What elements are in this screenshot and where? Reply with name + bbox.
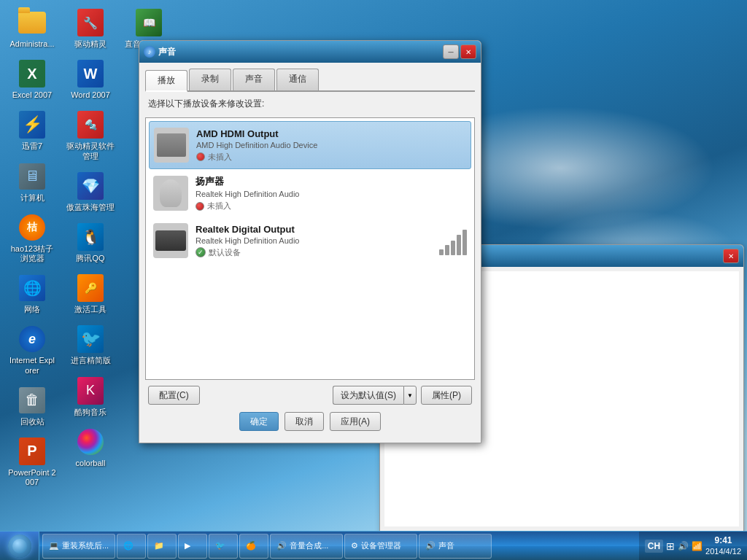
- kuwo-icon: K: [76, 376, 105, 405]
- icon-excel2007[interactable]: X Excel 2007: [6, 57, 58, 102]
- taskbar-item-device-mgr[interactable]: ⚙ 设备管理器: [344, 534, 417, 559]
- taskbar-item-ie[interactable]: 🌐: [117, 534, 146, 559]
- taskbar-item-bird-icon: 🐦: [215, 541, 225, 551]
- taskbar-item-sound[interactable]: 🔊 声音: [419, 534, 492, 559]
- monitor-shape: [157, 133, 186, 157]
- icon-jinjian[interactable]: 🐦 进言精简版: [64, 322, 117, 368]
- speaker-shape: [160, 179, 182, 207]
- dialog-instruction: 选择以下播放设备来修改设置:: [145, 98, 475, 110]
- icon-network[interactable]: 🌐 网络: [6, 271, 58, 316]
- computer-icon: 🖥: [18, 162, 47, 191]
- icon-tqq-label: 腾讯QQ: [76, 254, 104, 263]
- tray-icon-3: 📶: [692, 541, 703, 551]
- tab-sound[interactable]: 声音: [233, 69, 275, 90]
- volume-bars: [439, 226, 467, 255]
- apply-button[interactable]: 应用(A): [330, 412, 381, 431]
- icon-tencent-label: 傲蓝珠海管理: [66, 203, 115, 212]
- taskbar-item-folder[interactable]: 📁: [147, 534, 177, 559]
- taskbar-item-bird[interactable]: 🐦: [209, 534, 238, 559]
- ok-button[interactable]: 确定: [239, 412, 279, 431]
- taskbar: 💻 重装系统后... 🌐 📁 ▶ 🐦 🍊 🔊 音量合成...: [0, 531, 747, 560]
- tqq-icon: 🐧: [76, 222, 105, 252]
- set-default-button-arrow[interactable]: ▼: [403, 386, 417, 405]
- taskbar-item-sound-icon: 🔊: [425, 541, 436, 551]
- administrator-icon: [18, 8, 47, 37]
- set-default-button-main[interactable]: 设为默认值(S): [333, 386, 403, 405]
- icon-colorball[interactable]: colorball: [64, 425, 117, 470]
- digital-shape: [155, 230, 186, 251]
- icon-tqq[interactable]: 🐧 腾讯QQ: [64, 220, 117, 265]
- taskbar-item-reinstall-label: 重装系统后...: [62, 540, 109, 551]
- ie-icon: e: [18, 324, 47, 354]
- device-name-amd-hdmi: AMD HDMI Output: [196, 128, 466, 139]
- icon-drivermgr-label: 驱动精灵软件管理: [66, 141, 115, 160]
- taskbar-item-reinstall[interactable]: 💻 重装系统后...: [42, 534, 115, 559]
- start-orb-inner: [12, 539, 27, 553]
- vol-bar-4: [457, 235, 461, 255]
- device-status-amd-hdmi: 未插入: [196, 152, 466, 163]
- recycle-icon: 🗑: [18, 386, 47, 415]
- dialog-close-button[interactable]: ✕: [460, 44, 476, 59]
- icon-xunlei7[interactable]: ⚡ 迅雷7: [6, 108, 58, 153]
- dialog-tabs: 播放 录制 声音 通信: [145, 69, 475, 92]
- taskbar-item-volume-synth-icon: 🔊: [276, 541, 287, 551]
- device-item-speaker[interactable]: 扬声器 Realtek High Definition Audio 未插入: [149, 169, 471, 217]
- taskbar-item-orange-icon: 🍊: [246, 541, 256, 551]
- taskbar-items: 💻 重装系统后... 🌐 📁 ▶ 🐦 🍊 🔊 音量合成...: [39, 532, 639, 560]
- icon-ppt2007[interactable]: P PowerPoint 2007: [6, 435, 58, 489]
- taskbar-item-media[interactable]: ▶: [178, 534, 207, 559]
- icon-computer[interactable]: 🖥 计算机: [6, 160, 58, 205]
- icon-tencent[interactable]: 💎 傲蓝珠海管理: [64, 169, 117, 214]
- taskbar-item-volume-synth-label: 音量合成...: [290, 540, 328, 551]
- icon-kuwo[interactable]: K 酷狗音乐: [64, 374, 117, 419]
- desktop-icon-area: Administra... X Excel 2007 ⚡ 迅雷7 🖥 计算机 桔…: [6, 6, 123, 531]
- set-default-split-button[interactable]: 设为默认值(S) ▼: [333, 386, 417, 405]
- taskbar-item-sound-label: 声音: [438, 540, 454, 551]
- icon-drivermgr[interactable]: 🔩 驱动精灵软件管理: [64, 108, 117, 163]
- vol-bar-2: [445, 245, 449, 255]
- configure-button[interactable]: 配置(C): [148, 386, 200, 405]
- taskbar-item-ie-icon: 🌐: [123, 541, 133, 551]
- pinyin-icon: 📖: [134, 8, 163, 37]
- dialog-minimize-button[interactable]: ─: [443, 44, 459, 59]
- taskbar-item-device-mgr-label: 设备管理器: [361, 540, 401, 551]
- device-icon-speaker: [153, 176, 188, 211]
- icon-word2007[interactable]: W Word 2007: [64, 57, 117, 102]
- cancel-button[interactable]: 取消: [285, 412, 324, 431]
- device-name-speaker: 扬声器: [196, 175, 467, 188]
- sound-dialog[interactable]: ♪ 声音 ─ ✕ 播放 录制 声音 通信 选择以下播放设备来修改设置:: [139, 40, 481, 443]
- jinjian-icon: 🐦: [76, 324, 105, 354]
- icon-administrator-label: Administra...: [9, 39, 54, 49]
- icon-network-label: 网络: [24, 305, 40, 314]
- icon-hao123[interactable]: 桔 hao123桔子浏览器: [6, 211, 58, 265]
- status-dot-red-0: [196, 152, 205, 161]
- language-indicator[interactable]: CH: [645, 540, 663, 553]
- taskbar-item-orange[interactable]: 🍊: [239, 534, 268, 559]
- word2007-icon: W: [76, 59, 105, 88]
- dialog-body: 播放 录制 声音 通信 选择以下播放设备来修改设置: AMD HDMI Outp…: [139, 63, 481, 443]
- bg-window-close-button[interactable]: ✕: [723, 249, 739, 263]
- hao123-icon: 桔: [18, 213, 47, 242]
- device-info-amd-hdmi: AMD HDMI Output AMD High Definition Audi…: [196, 128, 466, 163]
- tab-communication[interactable]: 通信: [276, 69, 319, 90]
- icon-ie[interactable]: e Internet Explorer: [6, 322, 58, 377]
- icon-activation[interactable]: 🔑 激活工具: [64, 271, 117, 316]
- icon-recycle[interactable]: 🗑 回收站: [6, 384, 58, 429]
- start-orb: [8, 534, 31, 558]
- icon-administrator[interactable]: Administra...: [6, 6, 58, 51]
- status-dot-red-1: [196, 202, 204, 211]
- clock-date: 2014/4/12: [705, 546, 741, 556]
- device-item-amd-hdmi[interactable]: AMD HDMI Output AMD High Definition Audi…: [149, 121, 471, 169]
- icon-driver[interactable]: 🔧 驱动精灵: [64, 6, 117, 51]
- taskbar-item-volume-synth[interactable]: 🔊 音量合成...: [270, 534, 343, 559]
- taskbar-clock[interactable]: 9:41 2014/4/12: [705, 535, 741, 557]
- device-item-realtek-digital[interactable]: Realtek Digital Output Realtek High Defi…: [149, 217, 471, 264]
- tab-playback[interactable]: 播放: [145, 70, 187, 92]
- start-button[interactable]: [0, 532, 39, 561]
- properties-button[interactable]: 属性(P): [421, 386, 472, 405]
- tab-recording[interactable]: 录制: [189, 69, 231, 90]
- icon-jinjian-label: 进言精简版: [71, 356, 111, 365]
- device-list[interactable]: AMD HDMI Output AMD High Definition Audi…: [145, 117, 475, 380]
- device-info-realtek-digital: Realtek Digital Output Realtek High Defi…: [196, 224, 432, 258]
- vol-bar-5: [462, 230, 467, 255]
